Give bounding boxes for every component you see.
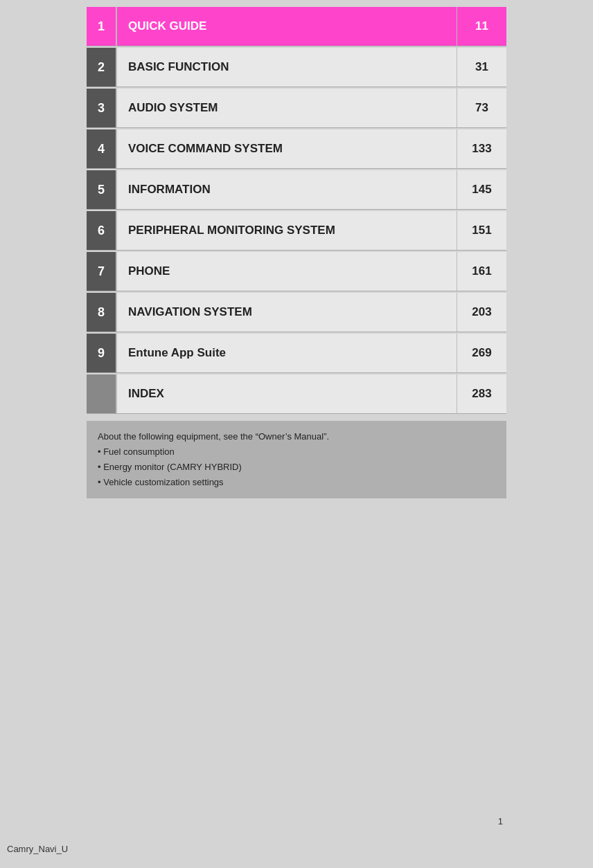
note-list: Fuel consumptionEnergy monitor (CAMRY HY… <box>98 444 495 490</box>
toc-number-8: 8 <box>87 293 116 332</box>
note-box: About the following equipment, see the “… <box>87 421 506 498</box>
toc-title-8: NAVIGATION SYSTEM <box>116 293 457 332</box>
toc-number-4: 4 <box>87 129 116 168</box>
toc-row-2[interactable]: 2BASIC FUNCTION31 <box>87 48 506 87</box>
toc-row-10[interactable]: INDEX283 <box>87 374 506 414</box>
toc-page-3: 73 <box>457 89 506 127</box>
note-item-1: Fuel consumption <box>98 444 495 460</box>
toc-title-7: PHONE <box>116 252 457 291</box>
note-item-2: Energy monitor (CAMRY HYBRID) <box>98 460 495 475</box>
note-intro: About the following equipment, see the “… <box>98 431 329 442</box>
toc-row-3[interactable]: 3AUDIO SYSTEM73 <box>87 89 506 128</box>
footer-text: Camry_Navi_U <box>7 844 68 854</box>
toc-number-6: 6 <box>87 211 116 250</box>
toc-page-9: 269 <box>457 334 506 372</box>
page-container: 1QUICK GUIDE112BASIC FUNCTION313AUDIO SY… <box>0 0 593 526</box>
toc-row-5[interactable]: 5INFORMATION145 <box>87 170 506 210</box>
toc-title-9: Entune App Suite <box>116 334 457 372</box>
toc-number-2: 2 <box>87 48 116 87</box>
toc-row-8[interactable]: 8NAVIGATION SYSTEM203 <box>87 293 506 332</box>
toc-page-2: 31 <box>457 48 506 87</box>
toc-page-8: 203 <box>457 293 506 332</box>
toc-table: 1QUICK GUIDE112BASIC FUNCTION313AUDIO SY… <box>87 7 506 414</box>
toc-page-1: 11 <box>457 7 506 46</box>
toc-row-9[interactable]: 9Entune App Suite269 <box>87 334 506 373</box>
toc-title-10: INDEX <box>116 374 457 413</box>
toc-number-3: 3 <box>87 89 116 127</box>
toc-number-5: 5 <box>87 170 116 209</box>
toc-number-1: 1 <box>87 7 116 46</box>
toc-title-6: PERIPHERAL MONITORING SYSTEM <box>116 211 457 250</box>
toc-page-5: 145 <box>457 170 506 209</box>
toc-page-7: 161 <box>457 252 506 291</box>
toc-page-6: 151 <box>457 211 506 250</box>
toc-page-4: 133 <box>457 129 506 168</box>
toc-page-10: 283 <box>457 374 506 413</box>
toc-number-9: 9 <box>87 334 116 372</box>
page-number: 1 <box>498 816 503 826</box>
toc-row-4[interactable]: 4VOICE COMMAND SYSTEM133 <box>87 129 506 169</box>
toc-number-7: 7 <box>87 252 116 291</box>
note-item-3: Vehicle customization settings <box>98 475 495 490</box>
toc-title-1: QUICK GUIDE <box>116 7 457 46</box>
toc-title-2: BASIC FUNCTION <box>116 48 457 87</box>
toc-title-3: AUDIO SYSTEM <box>116 89 457 127</box>
toc-title-5: INFORMATION <box>116 170 457 209</box>
toc-row-1[interactable]: 1QUICK GUIDE11 <box>87 7 506 46</box>
toc-row-7[interactable]: 7PHONE161 <box>87 252 506 291</box>
toc-row-6[interactable]: 6PERIPHERAL MONITORING SYSTEM151 <box>87 211 506 251</box>
toc-title-4: VOICE COMMAND SYSTEM <box>116 129 457 168</box>
toc-number-10 <box>87 374 116 413</box>
